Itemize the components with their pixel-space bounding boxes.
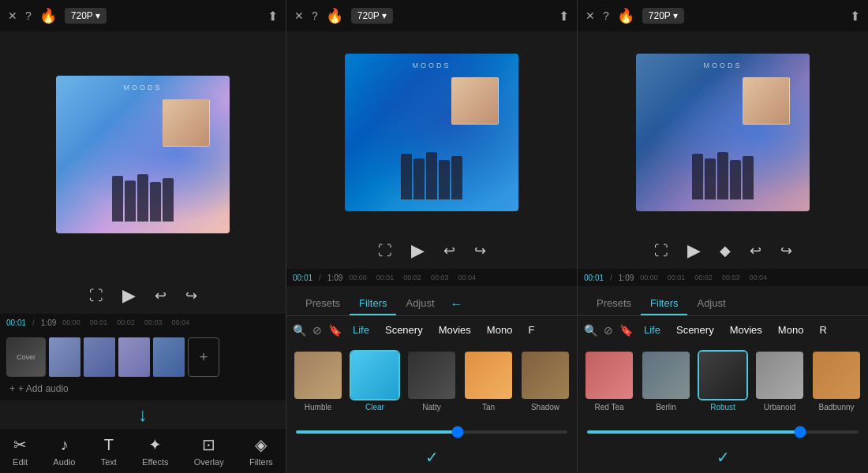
tab-filters-2[interactable]: Filters <box>350 292 396 315</box>
add-audio-label: + Add audio <box>18 383 69 394</box>
clip-thumb-4[interactable] <box>153 337 185 377</box>
cat-more-2[interactable]: F <box>523 322 539 337</box>
cat-movies-2[interactable]: Movies <box>434 322 476 337</box>
cat-life-3[interactable]: Life <box>639 322 665 337</box>
confirm-button-2[interactable]: ✓ <box>425 448 439 467</box>
help-icon-2[interactable]: ? <box>312 9 318 22</box>
cat-mono-3[interactable]: Mono <box>773 322 809 337</box>
filter-intensity-slider-2[interactable] <box>296 430 567 434</box>
filter-redtea[interactable]: Red Tea <box>584 350 634 412</box>
tool-overlay[interactable]: ⊡ Overlay <box>194 435 224 467</box>
filter-cats-2: 🔍 ⊘ 🔖 Life Scenery Movies Mono F <box>286 316 577 344</box>
panel-3: ✕ ? 🔥 720P ▾ ⬆ MOODS <box>578 0 868 473</box>
cat-mono-2[interactable]: Mono <box>482 322 518 337</box>
fullscreen-button-3[interactable]: ⛶ <box>653 241 670 261</box>
moods-label-2: MOODS <box>412 61 451 69</box>
close-icon[interactable]: ✕ <box>8 9 17 22</box>
close-icon-3[interactable]: ✕ <box>586 9 595 22</box>
tab-presets-3[interactable]: Presets <box>587 292 641 315</box>
filter-clear[interactable]: Clear <box>350 350 400 412</box>
upload-button-3[interactable]: ⬆ <box>850 9 860 24</box>
block-icon-2[interactable]: ⊘ <box>312 324 322 337</box>
redo-button[interactable]: ↪ <box>184 285 199 306</box>
add-clip-button[interactable]: + <box>188 337 219 377</box>
tool-text[interactable]: T Text <box>101 436 117 467</box>
play-button[interactable]: ▶ <box>121 284 137 307</box>
tool-edit[interactable]: ✂ Edit <box>13 435 28 467</box>
filter-urbanoid[interactable]: Urbanoid <box>754 350 805 412</box>
play-button-3[interactable]: ▶ <box>686 239 702 263</box>
filters-icon: ◈ <box>255 435 267 454</box>
tab-adjust-3[interactable]: Adjust <box>687 292 735 315</box>
undo-button[interactable]: ↩ <box>153 285 168 306</box>
filter-label-badbunny: Badbunny <box>818 403 854 412</box>
timeline-ticks-3: 00:00 00:01 00:02 00:03 00:04 <box>640 274 862 281</box>
filter-humble[interactable]: Humble <box>293 350 343 412</box>
undo-button-2[interactable]: ↩ <box>442 240 457 261</box>
bookmark-icon-3[interactable]: 🔖 <box>619 324 633 337</box>
clip-thumb-1[interactable] <box>49 337 80 377</box>
redo-button-2[interactable]: ↪ <box>473 240 488 261</box>
tools-row: ✂ Edit ♪ Audio T Text ✦ Effects ⊡ Overla… <box>0 429 286 473</box>
upload-button-2[interactable]: ⬆ <box>559 9 569 24</box>
preview-area-2: MOODS <box>286 32 577 233</box>
close-icon-2[interactable]: ✕ <box>294 9 304 22</box>
quality-button-2[interactable]: 720P ▾ <box>351 8 393 24</box>
tab-adjust-2[interactable]: Adjust <box>396 292 443 315</box>
filter-intensity-slider-3[interactable] <box>587 430 859 434</box>
help-icon-3[interactable]: ? <box>603 9 609 22</box>
quality-button[interactable]: 720P ▾ <box>65 8 107 24</box>
play-button-2[interactable]: ▶ <box>410 239 426 263</box>
slider-row-3 <box>578 418 868 441</box>
confirm-row-2: ✓ <box>286 441 577 473</box>
confirm-button-3[interactable]: ✓ <box>716 448 730 467</box>
filter-shadow[interactable]: Shadow <box>520 350 571 412</box>
redo-button-3[interactable]: ↪ <box>779 240 794 261</box>
fullscreen-button-2[interactable]: ⛶ <box>376 241 394 261</box>
panel-1: ✕ ? 🔥 720P ▾ ⬆ MOODS <box>0 0 286 473</box>
tool-filters[interactable]: ◈ Filters <box>249 435 273 467</box>
cat-scenery-3[interactable]: Scenery <box>672 322 719 337</box>
cat-life-2[interactable]: Life <box>348 322 374 337</box>
tool-audio[interactable]: ♪ Audio <box>53 436 75 467</box>
diamond-button[interactable]: ◆ <box>718 240 732 261</box>
confirm-row-3: ✓ <box>578 441 868 473</box>
filter-label-humble: Humble <box>305 403 331 412</box>
audio-icon: ♪ <box>60 436 68 454</box>
filter-label-natty: Natty <box>422 403 440 412</box>
cat-more-3[interactable]: R <box>814 322 831 337</box>
help-icon[interactable]: ? <box>25 9 32 22</box>
filter-robust[interactable]: Robust <box>698 350 748 412</box>
flame-icon: 🔥 <box>39 7 57 24</box>
time-total-3: 1:09 <box>619 274 634 282</box>
block-icon-3[interactable]: ⊘ <box>604 324 613 337</box>
upload-button[interactable]: ⬆ <box>268 9 278 24</box>
cat-scenery-2[interactable]: Scenery <box>380 322 428 337</box>
clip-thumb-2[interactable] <box>84 337 115 377</box>
add-audio-button[interactable]: + + Add audio <box>0 380 78 397</box>
tool-effects[interactable]: ✦ Effects <box>142 435 168 467</box>
tab-presets-2[interactable]: Presets <box>296 292 350 315</box>
filter-thumb-tan <box>463 350 514 400</box>
time-current-2: 00:01 <box>293 274 312 282</box>
bookmark-icon-2[interactable]: 🔖 <box>328 324 342 337</box>
cat-movies-3[interactable]: Movies <box>725 322 767 337</box>
search-icon-2[interactable]: 🔍 <box>293 324 306 337</box>
filter-badbunny[interactable]: Badbunny <box>811 350 862 412</box>
filter-tan[interactable]: Tan <box>463 350 514 412</box>
search-icon-3[interactable]: 🔍 <box>584 324 597 337</box>
tool-edit-label: Edit <box>13 457 28 467</box>
timeline-1: 00:01 / 1:09 00:00 00:01 00:02 00:03 00:… <box>0 314 286 331</box>
down-arrow: ↓ <box>0 400 286 429</box>
clip-cover[interactable]: Cover <box>6 337 46 377</box>
time-current-3: 00:01 <box>584 274 604 282</box>
tab-filters-3[interactable]: Filters <box>641 292 687 315</box>
undo-button-3[interactable]: ↩ <box>748 240 763 261</box>
filter-natty[interactable]: Natty <box>406 350 457 412</box>
filter-label-urbanoid: Urbanoid <box>764 403 796 412</box>
filter-berlin[interactable]: Berlin <box>641 350 691 412</box>
album-box-2 <box>451 77 499 125</box>
quality-button-3[interactable]: 720P ▾ <box>642 8 684 24</box>
clip-thumb-3[interactable] <box>118 337 150 377</box>
fullscreen-button[interactable]: ⛶ <box>88 286 105 306</box>
